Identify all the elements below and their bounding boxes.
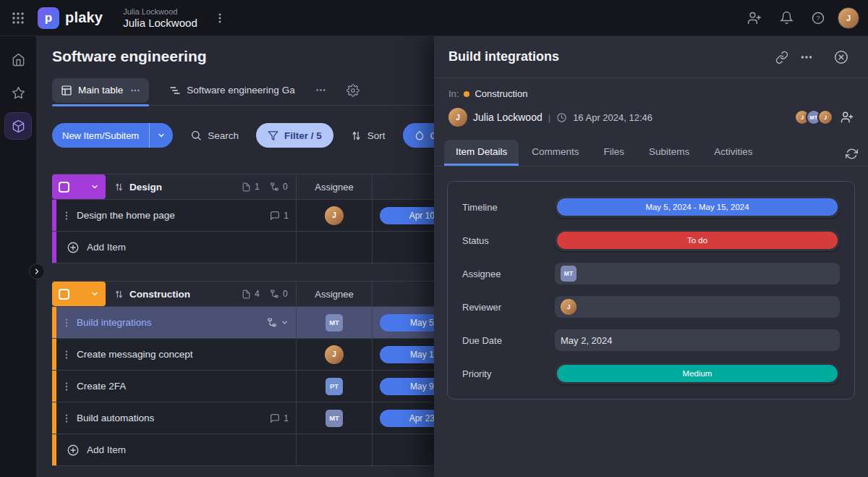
field-label: Due Date [462,335,555,346]
assignee-column-header: Assignee [297,289,372,300]
apps-grid-icon[interactable] [6,6,30,30]
tab-gantt[interactable]: Software engineering Ga [161,78,303,103]
group-construction-collapse-block[interactable] [52,282,106,306]
assignee-avatar[interactable]: MT [326,410,343,427]
new-item-button[interactable]: New Item/Subitem [52,123,173,148]
item-name[interactable]: Build automations [77,413,154,423]
plaky-logo[interactable]: p plaky [38,7,103,29]
item-name[interactable]: Build integrations [77,317,152,328]
field-row-due-date: Due Date May 2, 2024 [462,329,840,351]
subitem-count: 0 [283,182,289,192]
sidebar-item-favorites[interactable] [5,80,31,106]
tab-main-table-menu-icon[interactable] [130,85,140,96]
tab-item-details[interactable]: Item Details [444,140,519,166]
chat-count: 1 [284,413,289,423]
plus-circle-icon [67,241,80,254]
new-item-dropdown-icon[interactable] [149,123,173,148]
assignee-field[interactable]: MT [555,263,840,284]
add-member-icon[interactable] [841,111,854,124]
member-avatar[interactable]: J [817,109,833,125]
group-counts: 1 0 [242,182,296,192]
close-icon[interactable] [829,45,854,69]
workspace-menu-icon[interactable] [208,6,232,30]
timeline-field[interactable]: May 5, 2024 - May 15, 2024 [555,196,840,218]
notifications-bell-icon[interactable] [774,6,799,30]
reviewer-avatar[interactable]: J [561,299,576,315]
row-menu-icon[interactable] [56,413,77,423]
field-label: Assignee [462,269,555,279]
row-menu-icon[interactable] [56,381,77,392]
row-menu-icon[interactable] [56,350,77,360]
droplet-icon [414,130,425,140]
copy-link-icon[interactable] [770,45,794,69]
item-name-cell: Build automations 1 [52,402,297,434]
due-date-field[interactable]: May 2, 2024 [555,329,840,351]
sidebar-item-boards[interactable] [5,113,31,139]
add-item-cell: Add Item [52,232,297,263]
in-group-name[interactable]: Construction [475,88,527,99]
tab-main-table[interactable]: Main table [52,78,149,103]
row-indicators [267,318,296,328]
topbar: p plaky Julia Lockwood Julia Lockwood ? … [0,0,868,36]
assignee-avatar[interactable]: J [325,206,344,225]
row-indicators: 1 [270,413,296,423]
assignee-cell[interactable]: MT [297,307,373,338]
tab-files[interactable]: Files [592,140,637,166]
status-field[interactable]: To do [555,229,840,251]
help-icon[interactable]: ? [806,6,830,30]
row-menu-icon[interactable] [56,318,77,328]
assignee-cell[interactable]: PT [297,371,373,402]
item-name-cell: Create messaging concept [52,339,297,370]
group-name[interactable]: Construction [129,289,190,300]
filter-button[interactable]: Filter / 5 [256,123,333,148]
sidebar-item-home[interactable] [5,46,31,72]
row-menu-icon[interactable] [56,211,77,221]
assignee-avatar[interactable]: PT [326,378,343,395]
board-settings-gear-icon[interactable] [341,78,365,103]
group-reorder-icon[interactable] [114,182,124,192]
refresh-icon[interactable] [846,148,858,160]
detail-menu-icon[interactable] [794,45,819,69]
svg-text:?: ? [816,14,820,22]
tab-comments[interactable]: Comments [520,140,590,166]
user-avatar[interactable]: J [838,7,859,29]
gantt-view-icon [169,85,181,96]
item-name[interactable]: Create messaging concept [77,349,193,360]
assignee-avatar[interactable]: J [325,345,344,364]
group-name[interactable]: Design [129,182,162,193]
group-design-collapse-block[interactable] [52,174,106,199]
invite-user-icon[interactable] [742,6,767,30]
tab-gantt-menu-icon[interactable] [315,85,326,96]
group-reorder-icon[interactable] [114,290,124,299]
sidebar-expand-icon[interactable] [29,263,45,279]
detail-title: Build integrations [448,49,770,64]
item-name-cell: Build integrations [52,307,297,338]
sort-label: Sort [367,130,386,141]
add-item-button[interactable]: Add Item [56,434,296,465]
add-item-button[interactable]: Add Item [56,232,296,263]
item-name[interactable]: Create 2FA [77,381,126,392]
assignee-cell[interactable]: MT [297,402,373,434]
timeline-value: May 5, 2024 - May 15, 2024 [557,198,838,216]
tab-subitems[interactable]: Subitems [637,140,701,166]
workspace-switcher[interactable]: Julia Lockwood Julia Lockwood [123,7,197,30]
sort-button[interactable]: Sort [351,130,386,141]
group-checkbox[interactable] [59,182,69,193]
assignee-avatar[interactable]: MT [561,266,576,282]
search-button[interactable]: Search [190,130,239,141]
priority-field[interactable]: Medium [555,363,840,384]
group-header-name-cell: Design 1 0 [52,174,297,199]
chat-count: 1 [284,211,289,221]
table-view-icon [61,85,72,96]
subitem-count: 0 [283,289,289,299]
assignee-cell[interactable]: J [297,339,373,370]
assignee-avatar[interactable]: MT [326,314,343,332]
assignee-cell[interactable]: J [297,200,373,231]
due-date-value: May 2, 2024 [561,335,613,346]
group-checkbox[interactable] [59,289,69,300]
author-avatar[interactable]: J [448,108,467,127]
tab-activities[interactable]: Activities [702,140,764,166]
reviewer-field[interactable]: J [555,296,840,318]
in-group-line: In: Construction [448,88,854,99]
item-name[interactable]: Design the home page [77,210,175,221]
